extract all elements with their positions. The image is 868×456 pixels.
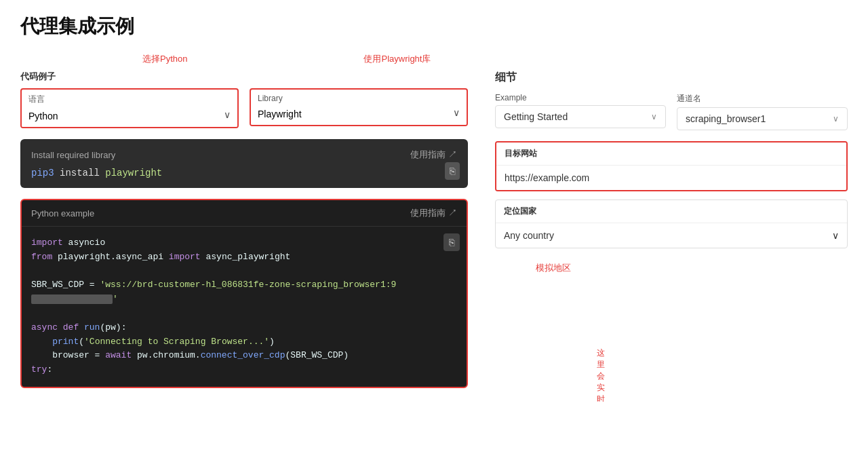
right-panel: 细节 Example Getting Started ∨ 通道名 scrapin… bbox=[495, 71, 848, 274]
code-copy-button[interactable]: ⎘ bbox=[443, 233, 460, 251]
code-line-6: async def run(pw): bbox=[31, 321, 457, 335]
library-label: Library bbox=[251, 90, 467, 104]
language-dropdown-wrapper: 语言 Python Node.js Go Java ∨ bbox=[20, 88, 239, 128]
library-dropdown-box[interactable]: Library Playwright Puppeteer Selenium ∨ bbox=[250, 88, 468, 126]
playwright-text: playwright bbox=[105, 168, 162, 178]
code-line-9: try: bbox=[31, 363, 457, 377]
channel-label: 通道名 bbox=[677, 93, 848, 104]
language-dropdown-box[interactable]: 语言 Python Node.js Go Java ∨ bbox=[20, 88, 239, 128]
code-line-2: from playwright.async_api import async_p… bbox=[31, 250, 457, 265]
library-dropdown-wrapper: Library Playwright Puppeteer Selenium ∨ bbox=[250, 88, 468, 128]
example-value: Getting Started bbox=[504, 111, 568, 122]
country-dropdown[interactable]: Any country ∨ bbox=[496, 223, 847, 248]
target-input[interactable] bbox=[496, 165, 846, 190]
code-examples-label: 代码例子 bbox=[20, 71, 468, 83]
code-line-4: SBR_WS_CDP = 'wss://brd-customer-hl_0868… bbox=[31, 278, 457, 307]
code-area[interactable]: ⎘ import asyncio from playwright.async_a… bbox=[22, 227, 467, 387]
target-section: 目标网站 bbox=[495, 141, 848, 191]
code-line-8: browser = await pw.chromium.connect_over… bbox=[31, 349, 457, 363]
annotation-simulate-region: 模拟地区 bbox=[536, 263, 571, 273]
country-section: 定位国家 Any country ∨ bbox=[495, 200, 848, 248]
pip3-keyword: pip3 bbox=[31, 168, 54, 178]
channel-value: scraping_browser1 bbox=[686, 113, 766, 124]
annotation-code-hint: 这里会实时给出代码示例 直接点击复制 bbox=[597, 347, 605, 402]
language-select[interactable]: Python Node.js Go Java bbox=[22, 107, 237, 127]
python-example-title: Python example bbox=[31, 208, 94, 218]
install-block-title: Install required library bbox=[31, 150, 115, 160]
left-panel: 代码例子 语言 Python Node.js Go Java bbox=[20, 71, 468, 388]
python-example-block: Python example 使用指南 ↗ ⎘ import asyncio f… bbox=[20, 199, 468, 388]
code-line-7: print('Connecting to Scraping Browser...… bbox=[31, 335, 457, 349]
details-row: Example Getting Started ∨ 通道名 scraping_b… bbox=[495, 93, 848, 130]
page-title: 代理集成示例 bbox=[20, 14, 848, 39]
install-copy-button[interactable]: ⎘ bbox=[445, 162, 460, 180]
install-block: Install required library 使用指南 ↗ pip3 ins… bbox=[20, 139, 468, 188]
dropdowns-row: 语言 Python Node.js Go Java ∨ bbox=[20, 88, 468, 128]
code-line-1: import asyncio bbox=[31, 236, 457, 250]
example-item: Example Getting Started ∨ bbox=[495, 93, 666, 130]
target-section-header: 目标网站 bbox=[496, 142, 846, 165]
country-value: Any country bbox=[504, 230, 554, 241]
python-usage-link[interactable]: 使用指南 ↗ bbox=[410, 207, 457, 219]
example-label: Example bbox=[495, 93, 666, 102]
country-chevron-icon: ∨ bbox=[832, 230, 839, 241]
channel-chevron-icon: ∨ bbox=[833, 114, 839, 124]
annotation-use-playwright: 使用Playwright库 bbox=[363, 53, 431, 65]
library-select[interactable]: Playwright Puppeteer Selenium bbox=[251, 104, 467, 125]
channel-item: 通道名 scraping_browser1 ∨ bbox=[677, 93, 848, 130]
channel-dropdown[interactable]: scraping_browser1 ∨ bbox=[677, 107, 848, 130]
example-dropdown[interactable]: Getting Started ∨ bbox=[495, 105, 666, 128]
example-chevron-icon: ∨ bbox=[651, 112, 657, 121]
country-section-header: 定位国家 bbox=[496, 200, 847, 223]
annotation-select-python: 选择Python bbox=[142, 53, 187, 65]
install-usage-link[interactable]: 使用指南 ↗ bbox=[410, 149, 457, 161]
language-label: 语言 bbox=[22, 90, 237, 107]
install-code-line: pip3 install playwright bbox=[31, 168, 457, 178]
details-title: 细节 bbox=[495, 71, 848, 85]
